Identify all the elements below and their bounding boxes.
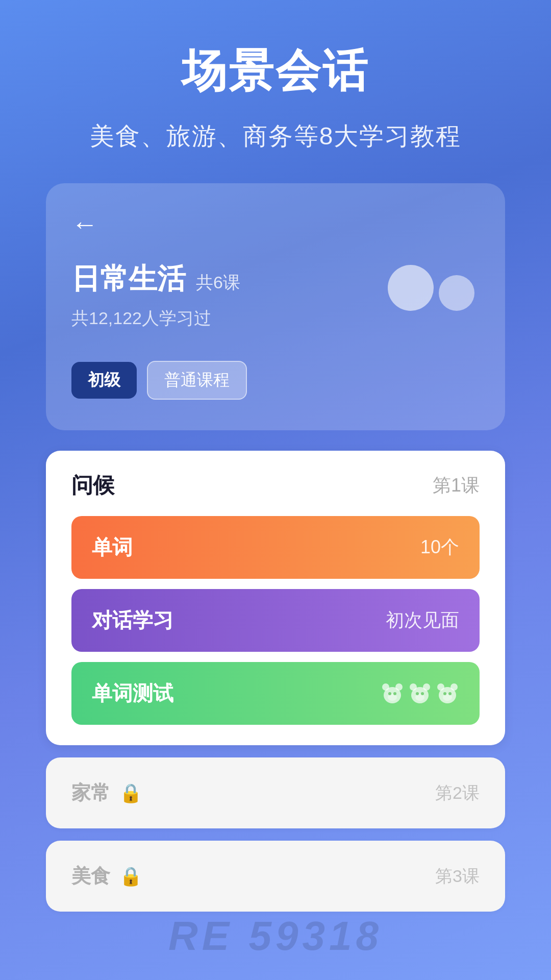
lesson-card-2: 家常 🔒 第2课 (46, 757, 505, 828)
test-label: 单词测试 (92, 679, 173, 707)
lesson-1-name: 问候 (71, 471, 114, 500)
decoration-circles (388, 265, 474, 311)
lock-icon-3: 🔒 (119, 866, 142, 887)
svg-point-4 (388, 692, 391, 695)
course-card-panel: ← 日常生活 共6课 共12,122人学习过 初级 普通课程 (46, 183, 505, 430)
svg-point-10 (416, 692, 419, 695)
lesson-2-name: 家常 (71, 780, 110, 806)
vocab-label: 单词 (92, 533, 133, 561)
bear-icon-1 (381, 682, 404, 705)
header-section: 场景会话 美食、旅游、商务等8大学习教程 (0, 0, 551, 173)
page-container: 场景会话 美食、旅游、商务等8大学习教程 ← 日常生活 共6课 共12,122人… (0, 0, 551, 980)
lesson-card-1: 问候 第1课 单词 10个 对话学习 初次见面 单词测试 (46, 451, 505, 745)
lock-icon-2: 🔒 (119, 782, 142, 804)
lesson-card-3: 美食 🔒 第3课 (46, 841, 505, 912)
bear-icons (381, 682, 459, 705)
lesson-3-info: 美食 🔒 (71, 863, 142, 889)
svg-point-11 (421, 692, 424, 695)
tag-beginner[interactable]: 初级 (71, 362, 137, 399)
lesson-2-number: 第2课 (435, 781, 480, 805)
tag-normal-course[interactable]: 普通课程 (147, 361, 247, 400)
test-button[interactable]: 单词测试 (71, 662, 480, 725)
bear-icon-3 (436, 682, 459, 705)
main-title: 场景会话 (31, 41, 520, 102)
lesson-1-header: 问候 第1课 (71, 471, 480, 500)
subtitle: 美食、旅游、商务等8大学习教程 (31, 120, 520, 153)
lesson-3-name: 美食 (71, 863, 110, 889)
vocab-count: 10个 (420, 535, 459, 560)
bear-icon-2 (408, 682, 432, 705)
lesson-1-number: 第1课 (433, 473, 480, 498)
vocab-button[interactable]: 单词 10个 (71, 516, 480, 579)
circle-decoration-2 (439, 275, 474, 311)
course-count: 共6课 (196, 271, 240, 295)
circle-decoration-1 (388, 265, 434, 311)
content-list: 问候 第1课 单词 10个 对话学习 初次见面 单词测试 (46, 451, 505, 942)
dialog-button[interactable]: 对话学习 初次见面 (71, 589, 480, 652)
course-title: 日常生活 (71, 260, 186, 299)
lesson-3-number: 第3课 (435, 865, 480, 888)
svg-point-16 (443, 692, 446, 695)
svg-point-5 (393, 692, 396, 695)
lesson-2-info: 家常 🔒 (71, 780, 142, 806)
tags-row: 初级 普通课程 (71, 361, 480, 400)
dialog-label: 对话学习 (92, 606, 173, 634)
svg-point-17 (448, 692, 452, 695)
dialog-value: 初次见面 (386, 608, 459, 633)
back-button[interactable]: ← (71, 209, 98, 239)
